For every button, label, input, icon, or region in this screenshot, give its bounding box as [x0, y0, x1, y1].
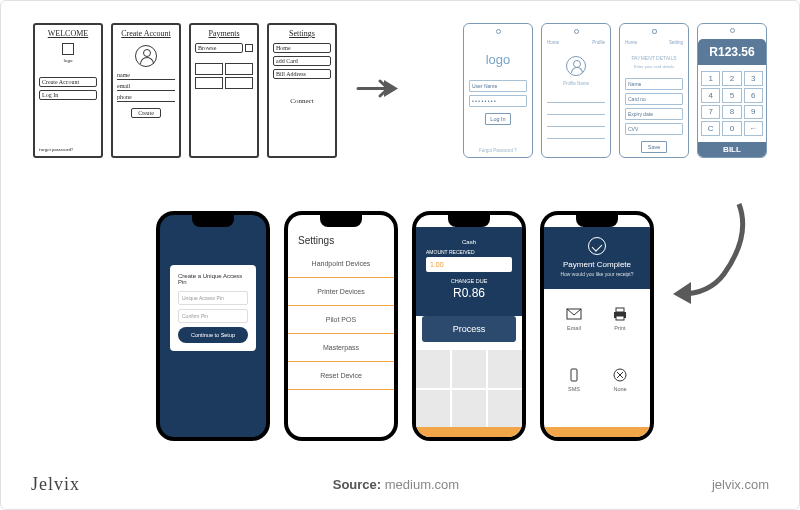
key-3: 3 [744, 71, 763, 86]
email-icon [566, 307, 582, 321]
phone-icon [566, 368, 582, 382]
key-7: 7 [701, 105, 720, 120]
brand-logo: Jelvix [31, 474, 80, 495]
avatar-icon [566, 56, 586, 76]
sketch-forgot-link: forget password? [39, 147, 97, 152]
arrow-curve-icon [669, 196, 759, 306]
close-icon [612, 368, 628, 382]
settings-item: Pilot POS [288, 306, 394, 334]
wire-bill-btn: BILL [698, 142, 766, 157]
svg-rect-2 [616, 308, 624, 312]
sketch-payments: Payments Browse [189, 23, 259, 158]
sketch-btn-login: Log In [39, 90, 97, 100]
svg-rect-4 [571, 369, 577, 381]
sketch-create-account: Create Account name email phone Create [111, 23, 181, 158]
pin-input: Unique Access Pin [178, 291, 248, 305]
receipt-email: Email [566, 307, 582, 348]
printer-icon [612, 307, 628, 321]
amount-input: 1.00 [426, 257, 512, 272]
phone-payment-complete: Payment Complete How would you like your… [540, 211, 654, 441]
clean-wireframes-row: logo User Name • • • • • • • • Log In Fo… [463, 23, 767, 158]
wire-logo: logo [469, 52, 527, 67]
key-6: 6 [744, 88, 763, 103]
settings-item: Reset Device [288, 362, 394, 390]
sketch-grid [195, 63, 253, 89]
process-button: Process [422, 316, 516, 342]
sketch-btn-create: Create Account [39, 77, 97, 87]
wire-login-btn: Log In [485, 113, 511, 125]
receipt-none: None [612, 368, 628, 409]
settings-title: Settings [288, 227, 394, 250]
sketch-welcome: WELCOME logo Create Account Log In forge… [33, 23, 103, 158]
sketch-wireframes-row: WELCOME logo Create Account Log In forge… [33, 23, 337, 158]
settings-item: Printer Devices [288, 278, 394, 306]
sketch-title: WELCOME [39, 29, 97, 38]
key-c: C [701, 121, 720, 136]
continue-button: Continue to Setup [178, 327, 248, 343]
phone-create-pin: Create a Unique Access Pin Unique Access… [156, 211, 270, 441]
sketch-logo-box [62, 43, 74, 55]
key-2: 2 [722, 71, 741, 86]
settings-item: Masterpass [288, 334, 394, 362]
cash-keypad [416, 350, 522, 427]
pin-card: Create a Unique Access Pin Unique Access… [170, 265, 256, 351]
phone-mockups-row: Create a Unique Access Pin Unique Access… [156, 211, 654, 441]
phone-settings: Settings Handpoint Devices Printer Devic… [284, 211, 398, 441]
wire-amount: R123.56 [698, 39, 766, 65]
receipt-print: Print [612, 307, 628, 348]
receipt-sms: SMS [566, 368, 582, 409]
change-value: R0.86 [426, 286, 512, 306]
wire-profile: HomeProfile Profile Name [541, 23, 611, 158]
wire-login: logo User Name • • • • • • • • Log In Fo… [463, 23, 533, 158]
svg-rect-3 [616, 316, 624, 320]
confirm-pin-input: Confirm Pin [178, 309, 248, 323]
key-9: 9 [744, 105, 763, 120]
wire-keypad: R123.56 1 2 3 4 5 6 7 8 9 C 0 ← BILL [697, 23, 767, 158]
site-url: jelvix.com [712, 477, 769, 492]
sketch-settings: Settings Home add Card Bill Address Conn… [267, 23, 337, 158]
bottom-bar [416, 427, 522, 437]
key-4: 4 [701, 88, 720, 103]
arrow-right-icon [356, 76, 401, 101]
checkmark-icon [588, 237, 606, 255]
key-0: 0 [722, 121, 741, 136]
key-5: 5 [722, 88, 741, 103]
key-1: 1 [701, 71, 720, 86]
phone-speaker-icon [496, 29, 501, 34]
phone-notch [192, 215, 234, 227]
user-icon [135, 45, 157, 67]
key-back: ← [744, 121, 763, 136]
settings-item: Handpoint Devices [288, 250, 394, 278]
search-icon [245, 44, 253, 52]
wire-payment-details: HomeSetting PAYMENT DETAILS Enter your c… [619, 23, 689, 158]
key-8: 8 [722, 105, 741, 120]
wire-keypad-grid: 1 2 3 4 5 6 7 8 9 C 0 ← [701, 71, 763, 136]
phone-cash: Cash AMOUNT RECEIVED 1.00 CHANGE DUE R0.… [412, 211, 526, 441]
footer: Jelvix Source: medium.com jelvix.com [1, 474, 799, 495]
